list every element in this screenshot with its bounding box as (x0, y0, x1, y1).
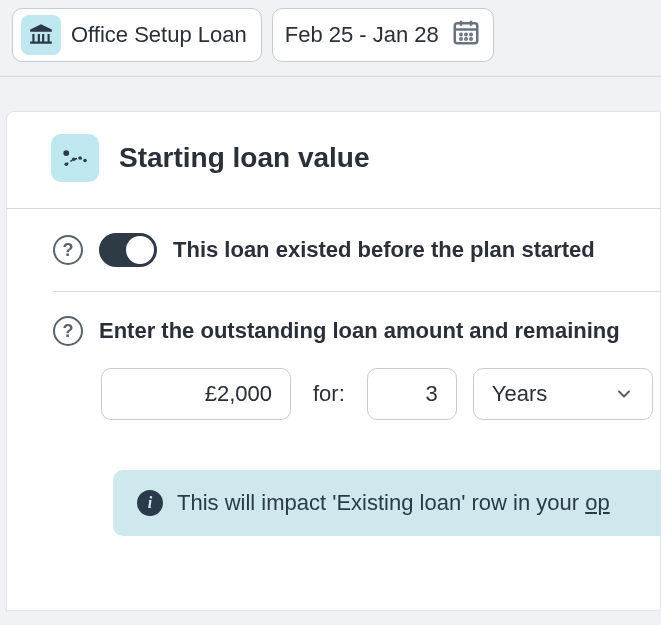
amount-input-row: £2,000 for: 3 Years (7, 350, 660, 440)
info-banner: i This will impact 'Existing loan' row i… (113, 470, 660, 536)
duration-unit-value: Years (492, 381, 547, 407)
loan-duration-input[interactable]: 3 (367, 368, 457, 420)
svg-point-4 (460, 34, 462, 36)
chart-icon (51, 134, 99, 182)
svg-point-10 (63, 150, 69, 156)
top-bar: Office Setup Loan Feb 25 - Jan 28 (0, 0, 661, 77)
svg-point-5 (465, 34, 467, 36)
card-header: Starting loan value (7, 112, 660, 209)
existed-before-toggle[interactable] (99, 233, 157, 267)
help-icon[interactable]: ? (53, 235, 83, 265)
calendar-icon (451, 17, 481, 53)
card-title: Starting loan value (119, 142, 370, 174)
svg-point-7 (460, 38, 462, 40)
for-label: for: (307, 381, 351, 407)
toggle-knob (126, 236, 154, 264)
date-range-text: Feb 25 - Jan 28 (285, 22, 439, 48)
opening-balances-link[interactable]: op (585, 490, 609, 515)
svg-point-8 (465, 38, 467, 40)
date-range-chip[interactable]: Feb 25 - Jan 28 (272, 8, 494, 62)
amount-prompt: Enter the outstanding loan amount and re… (99, 318, 620, 344)
existed-before-label: This loan existed before the plan starte… (173, 237, 595, 263)
loan-name-text: Office Setup Loan (71, 22, 247, 48)
loan-amount-input[interactable]: £2,000 (101, 368, 291, 420)
loan-card: Starting loan value ? This loan existed … (6, 111, 661, 611)
bank-icon (21, 15, 61, 55)
help-icon[interactable]: ? (53, 316, 83, 346)
svg-point-9 (470, 38, 472, 40)
info-icon: i (137, 490, 163, 516)
chevron-down-icon (614, 384, 634, 404)
loan-name-chip[interactable]: Office Setup Loan (12, 8, 262, 62)
existed-before-row: ? This loan existed before the plan star… (53, 209, 660, 292)
prompt-row: ? Enter the outstanding loan amount and … (7, 292, 660, 350)
duration-unit-select[interactable]: Years (473, 368, 653, 420)
info-text: This will impact 'Existing loan' row in … (177, 490, 610, 516)
svg-point-6 (470, 34, 472, 36)
